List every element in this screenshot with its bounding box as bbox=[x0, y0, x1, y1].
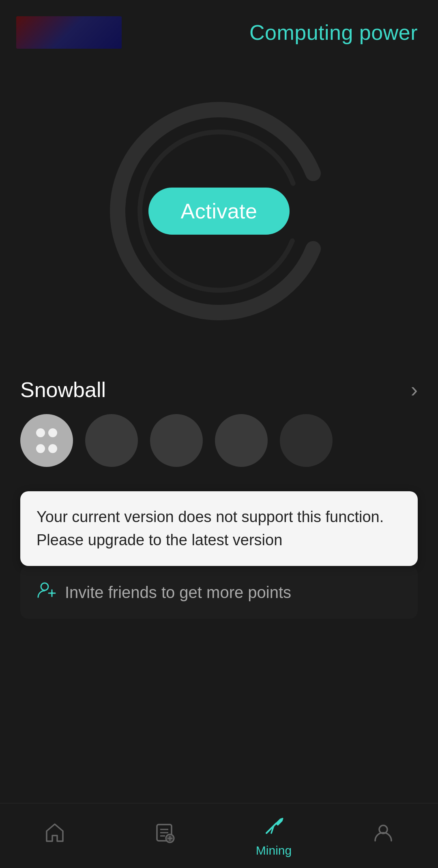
toast-container: Your current version does not support th… bbox=[20, 491, 418, 566]
nav-item-mining[interactable]: Mining bbox=[219, 814, 328, 857]
profile-icon bbox=[154, 822, 175, 846]
logo bbox=[16, 16, 122, 49]
snowball-circle-5[interactable] bbox=[280, 414, 333, 467]
account-icon bbox=[373, 822, 394, 846]
header: Computing power bbox=[0, 0, 438, 57]
nav-item-profile[interactable] bbox=[110, 822, 219, 850]
computing-power-label: Computing power bbox=[249, 20, 418, 45]
svg-point-2 bbox=[41, 583, 48, 590]
snowball-dots bbox=[32, 426, 61, 455]
snowball-circle-3[interactable] bbox=[150, 414, 203, 467]
snowball-header: Snowball › bbox=[20, 378, 418, 402]
outer-ring: Activate bbox=[105, 97, 333, 325]
snowball-section: Snowball › bbox=[0, 369, 438, 475]
snowball-title: Snowball bbox=[20, 378, 106, 402]
snowball-circle-2[interactable] bbox=[85, 414, 138, 467]
toast-message: Your current version does not support th… bbox=[20, 491, 418, 566]
activate-button[interactable]: Activate bbox=[148, 188, 290, 235]
nav-label-mining: Mining bbox=[256, 844, 292, 857]
dot bbox=[48, 444, 57, 453]
dot bbox=[36, 428, 45, 437]
snowball-circles bbox=[20, 414, 418, 467]
dot bbox=[48, 428, 57, 437]
home-icon bbox=[44, 822, 65, 846]
circle-container: Activate bbox=[0, 69, 438, 353]
bottom-nav: Mining bbox=[0, 803, 438, 868]
invite-icon bbox=[36, 580, 57, 605]
dot bbox=[36, 444, 45, 453]
nav-item-account[interactable] bbox=[328, 822, 438, 850]
mining-icon bbox=[262, 814, 285, 840]
snowball-circle-4[interactable] bbox=[215, 414, 268, 467]
invite-text: Invite friends to get more points bbox=[65, 583, 291, 602]
snowball-chevron-icon[interactable]: › bbox=[411, 378, 418, 402]
snowball-circle-1[interactable] bbox=[20, 414, 73, 467]
nav-item-home[interactable] bbox=[0, 822, 110, 850]
invite-banner[interactable]: Invite friends to get more points bbox=[20, 566, 418, 619]
